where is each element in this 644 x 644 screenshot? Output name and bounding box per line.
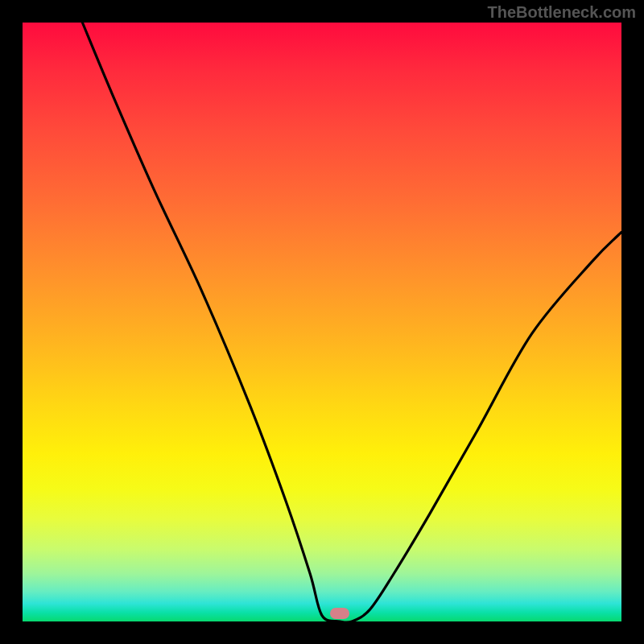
min-point-marker xyxy=(330,608,349,619)
plot-area xyxy=(23,23,621,621)
watermark-text: TheBottleneck.com xyxy=(488,3,636,22)
bottleneck-curve xyxy=(23,23,621,621)
chart-frame: TheBottleneck.com xyxy=(0,0,644,644)
